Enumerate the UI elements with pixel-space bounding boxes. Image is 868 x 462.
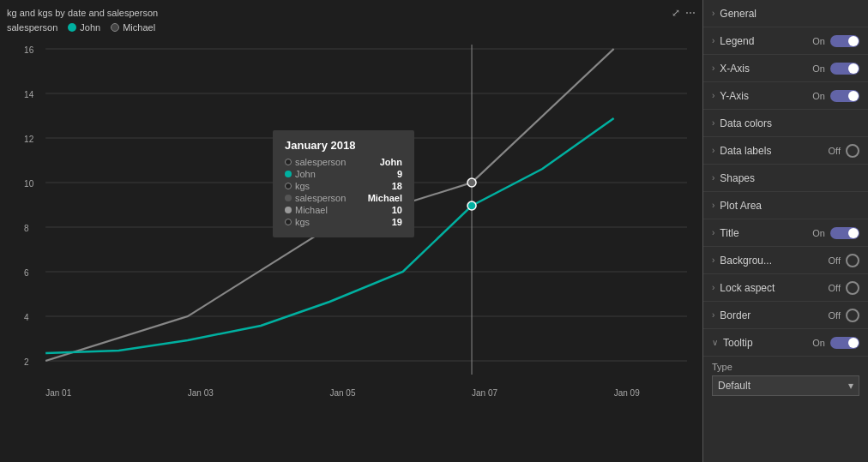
john-dot <box>68 23 76 32</box>
toggle-legend[interactable] <box>830 35 859 47</box>
panel-label-xaxis: X-Axis <box>720 63 750 75</box>
tooltip-value-michael-kgs: 19 <box>392 217 402 227</box>
panel-right-tooltip: On <box>812 337 859 349</box>
panel-item-border[interactable]: › Border Off <box>703 302 868 329</box>
tooltip-row-michael-salesperson: salesperson Michael <box>285 193 402 203</box>
toggle-label-tooltip: On <box>812 338 825 348</box>
tooltip-type-label: Type <box>712 362 859 372</box>
panel-item-xaxis[interactable]: › X-Axis On <box>703 55 868 82</box>
tooltip-row-john-val: John 9 <box>285 169 402 179</box>
tooltip-row-john-kgs: kgs 18 <box>285 181 402 191</box>
svg-text:Jan 01: Jan 01 <box>45 388 72 398</box>
tooltip-type-section: Type Default ▾ <box>703 357 868 401</box>
panel-item-yaxis[interactable]: › Y-Axis On <box>703 82 868 110</box>
toggle-yaxis[interactable] <box>830 90 859 102</box>
svg-text:Jan 05: Jan 05 <box>329 388 356 398</box>
tooltip-row-john-salesperson: salesperson John <box>285 157 402 167</box>
toggle-datalabels[interactable] <box>846 144 859 158</box>
panel-right-datalabels: Off <box>829 144 859 158</box>
toggle-title[interactable] <box>830 227 859 239</box>
chevron-general: › <box>712 9 714 18</box>
toggle-background[interactable] <box>846 254 859 267</box>
panel-right-title: On <box>812 227 859 239</box>
tooltip-dot-michael-kgs <box>285 219 292 225</box>
tooltip-label-michael: Michael <box>295 205 328 215</box>
tooltip-type-dropdown[interactable]: Default ▾ <box>712 375 859 396</box>
toggle-tooltip[interactable] <box>830 337 859 349</box>
chevron-border: › <box>712 310 714 320</box>
panel-label-legend: Legend <box>720 35 754 47</box>
toggle-lockaspect[interactable] <box>846 281 859 295</box>
chart-legend: salesperson John Michael <box>7 22 696 33</box>
tooltip-label-michael-sp: salesperson <box>295 193 346 203</box>
tooltip-title: January 2018 <box>285 139 402 152</box>
chevron-legend: › <box>712 36 714 45</box>
toggle-label-xaxis: On <box>812 63 825 74</box>
expand-icon[interactable]: ⤢ <box>672 7 680 19</box>
svg-text:4: 4 <box>24 313 29 322</box>
more-icon[interactable]: ⋯ <box>685 7 696 19</box>
svg-text:Jan 07: Jan 07 <box>472 388 498 398</box>
panel-label-background: Backgrou... <box>720 255 772 267</box>
chart-header: kg and kgs by date and salesperson ⤢ ⋯ <box>7 7 696 19</box>
chart-icons: ⤢ ⋯ <box>672 7 696 19</box>
panel-item-tooltip[interactable]: ∨ Tooltip On <box>703 329 868 357</box>
tooltip-value-michael: 10 <box>392 205 402 215</box>
svg-text:Jan 03: Jan 03 <box>188 388 214 398</box>
panel-label-general: General <box>720 8 756 20</box>
panel-right-xaxis: On <box>812 63 859 75</box>
panel-label-datalabels: Data labels <box>720 145 771 157</box>
panel-item-datalabels[interactable]: › Data labels Off <box>703 137 868 165</box>
chart-area: kg and kgs by date and salesperson ⤢ ⋯ s… <box>0 0 703 462</box>
panel-item-title[interactable]: › Title On <box>703 219 868 247</box>
panel-right-background: Off <box>829 254 859 267</box>
tooltip-row-michael-val: Michael 10 <box>285 205 402 215</box>
right-panel: › General › Legend On › X-Axis On <box>703 0 868 462</box>
panel-right-legend: On <box>812 35 859 47</box>
panel-item-legend[interactable]: › Legend On <box>703 27 868 55</box>
tooltip-label-john: John <box>295 169 316 179</box>
panel-right-yaxis: On <box>812 90 859 102</box>
panel-item-datacolors[interactable]: › Data colors <box>703 110 868 137</box>
panel-item-plotarea[interactable]: › Plot Area <box>703 192 868 219</box>
toggle-border[interactable] <box>846 309 859 322</box>
legend-label: salesperson <box>7 22 57 33</box>
chevron-datacolors: › <box>712 118 714 128</box>
panel-right-border: Off <box>829 309 859 322</box>
tooltip-dot-michael <box>285 207 292 213</box>
legend-item-michael: Michael <box>111 22 155 33</box>
svg-text:Jan 09: Jan 09 <box>614 388 641 398</box>
svg-text:10: 10 <box>24 179 34 189</box>
panel-item-lockaspect[interactable]: › Lock aspect Off <box>703 274 868 302</box>
tooltip-value-john: 9 <box>397 169 402 179</box>
panel-item-background[interactable]: › Backgrou... Off <box>703 247 868 274</box>
chevron-yaxis: › <box>712 91 714 100</box>
chevron-tooltip: ∨ <box>712 338 718 347</box>
michael-label: Michael <box>123 22 155 33</box>
toggle-label-datalabels: Off <box>829 146 841 156</box>
chart-tooltip: January 2018 salesperson John John 9 k <box>273 130 414 237</box>
panel-item-general[interactable]: › General <box>703 0 868 27</box>
tooltip-value-john-kgs: 18 <box>392 181 402 191</box>
tooltip-dot-john <box>285 171 292 177</box>
panel-item-shapes[interactable]: › Shapes <box>703 165 868 192</box>
tooltip-row-michael-kgs: kgs 19 <box>285 217 402 227</box>
panel-label-plotarea: Plot Area <box>720 200 762 212</box>
panel-label-border: Border <box>720 309 750 321</box>
tooltip-label-john-kgs: kgs <box>295 181 310 191</box>
legend-item-john: John <box>68 22 100 33</box>
tooltip-dot-john-sp <box>285 159 292 165</box>
panel-label-lockaspect: Lock aspect <box>720 282 775 294</box>
tooltip-dot-michael-sp <box>285 195 292 201</box>
tooltip-label-michael-kgs: kgs <box>295 217 310 227</box>
tooltip-label-john-sp: salesperson <box>295 157 346 167</box>
svg-text:16: 16 <box>24 45 34 55</box>
chevron-datalabels: › <box>712 146 714 155</box>
michael-crosshair-dot <box>467 178 476 187</box>
chevron-background: › <box>712 255 714 265</box>
svg-text:2: 2 <box>24 357 29 367</box>
toggle-label-lockaspect: Off <box>829 283 841 293</box>
toggle-xaxis[interactable] <box>830 63 859 75</box>
panel-label-datacolors: Data colors <box>720 117 772 129</box>
tooltip-type-value: Default <box>718 380 750 392</box>
